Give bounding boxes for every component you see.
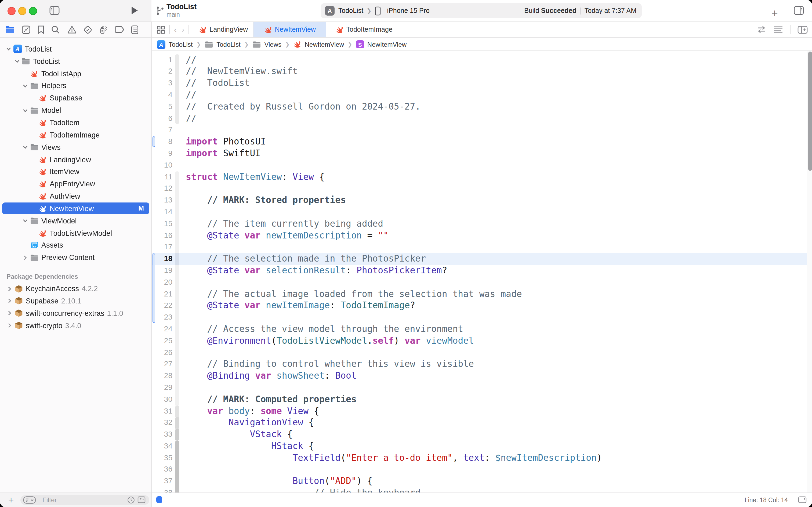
code-line-16[interactable]: 16 @State var newItemDescription = "" [152, 230, 812, 241]
add-file-button[interactable]: ＋ [6, 494, 15, 506]
filter-field[interactable]: Filter [20, 495, 149, 505]
chevron-down-icon[interactable] [21, 145, 30, 149]
code-line-2[interactable]: 2// NewItemView.swift [152, 66, 812, 77]
fold-ribbon[interactable] [175, 358, 179, 370]
fold-ribbon[interactable] [175, 276, 179, 288]
sidebar-item-ViewModel[interactable]: ViewModel [0, 215, 152, 227]
sidebar-item-Model[interactable]: Model [0, 104, 152, 117]
fold-ribbon[interactable] [175, 253, 179, 265]
code-line-11[interactable]: 11struct NewItemView: View { [152, 171, 812, 183]
swap-editors-icon[interactable] [757, 26, 766, 33]
sidebar-item-AuthView[interactable]: AuthView [0, 190, 152, 203]
chevron-down-icon[interactable] [21, 108, 30, 113]
sidebar-item-Helpers[interactable]: Helpers [0, 80, 152, 92]
bookmarks-icon[interactable] [38, 25, 45, 34]
fold-ribbon[interactable] [175, 288, 179, 300]
run-button[interactable] [130, 6, 138, 15]
fold-ribbon[interactable] [175, 194, 179, 206]
chevron-right-icon[interactable] [5, 298, 14, 304]
close-window-button[interactable] [7, 7, 15, 15]
add-button[interactable]: ＋ [769, 6, 780, 20]
code-line-28[interactable]: 28 @Binding var showSheet: Bool [152, 370, 812, 382]
toggle-sidebar-icon[interactable] [49, 6, 60, 15]
fold-ribbon[interactable] [175, 487, 179, 492]
fold-ribbon[interactable] [175, 452, 179, 464]
sidebar-item-LandingView[interactable]: LandingView [0, 153, 152, 166]
minimize-window-button[interactable] [18, 7, 26, 15]
fold-ribbon[interactable] [175, 171, 179, 183]
breakpoints-icon[interactable] [115, 26, 124, 33]
code-line-5[interactable]: 5// Created by Russell Gordon on 2024-05… [152, 101, 812, 113]
package-item-swift-crypto[interactable]: swift-crypto3.4.0 [0, 319, 152, 332]
recent-files-icon[interactable] [127, 496, 135, 504]
tab-TodoItemImage[interactable]: TodoItemImage [326, 22, 403, 37]
fold-ribbon[interactable] [175, 382, 179, 394]
tab-NewItemView[interactable]: NewItemView [254, 22, 326, 37]
package-item-Supabase[interactable]: Supabase2.10.1 [0, 295, 152, 307]
scheme-device[interactable]: iPhone 15 Pro [387, 7, 429, 14]
breadcrumb-item[interactable]: TodoList [169, 41, 192, 48]
keyboard-icon[interactable] [798, 497, 807, 504]
package-item-KeychainAccess[interactable]: KeychainAccess4.2.2 [0, 282, 152, 295]
code-line-19[interactable]: 19 @State var selectionResult: PhotosPic… [152, 265, 812, 277]
code-line-32[interactable]: 32 NavigationView { [152, 417, 812, 429]
code-line-18[interactable]: 18 // The selection made in the PhotosPi… [152, 253, 812, 265]
source-editor[interactable]: 1//2// NewItemView.swift3// TodoList4//5… [152, 51, 812, 492]
build-status[interactable]: Build Succeeded Today at 7:37 AM [524, 7, 636, 14]
scheme-selector[interactable]: A TodoList ❯ iPhone 15 Pro Build Succeed… [321, 3, 642, 18]
fold-ribbon[interactable] [175, 417, 179, 429]
fold-ribbon[interactable] [175, 393, 179, 405]
fold-ribbon[interactable] [175, 241, 179, 253]
sidebar-item-TodoItemImage[interactable]: TodoItemImage [0, 129, 152, 141]
sidebar-item-Preview Content[interactable]: Preview Content [0, 251, 152, 264]
code-line-26[interactable]: 26 [152, 347, 812, 358]
forward-icon[interactable]: › [182, 25, 184, 34]
fold-ribbon[interactable] [175, 230, 179, 241]
sidebar-item-Supabase[interactable]: Supabase [0, 92, 152, 105]
code-line-15[interactable]: 15 // The item currently being added [152, 218, 812, 230]
add-editor-icon[interactable] [798, 25, 808, 34]
fold-ribbon[interactable] [175, 323, 179, 335]
breadcrumb-item[interactable]: Views [264, 41, 281, 48]
zoom-window-button[interactable] [29, 7, 37, 15]
code-line-24[interactable]: 24 // Access the view model through the … [152, 323, 812, 335]
code-line-10[interactable]: 10 [152, 160, 812, 171]
code-line-6[interactable]: 6// [152, 113, 812, 124]
sidebar-item-Assets[interactable]: Assets [0, 239, 152, 251]
code-line-33[interactable]: 33 VStack { [152, 429, 812, 440]
chevron-down-icon[interactable] [21, 219, 30, 223]
chevron-right-icon[interactable] [21, 255, 30, 261]
sidebar-item-TodoList[interactable]: TodoList [0, 55, 152, 68]
project-navigator-icon[interactable] [5, 25, 15, 34]
breadcrumb-item[interactable]: NewItemView [367, 41, 407, 48]
fold-ribbon[interactable] [175, 206, 179, 218]
chevron-right-icon[interactable] [5, 323, 14, 328]
sidebar-item-TodoItem[interactable]: TodoItem [0, 117, 152, 129]
scrollbar[interactable] [807, 51, 812, 492]
sidebar-divider[interactable] [152, 21, 152, 507]
code-line-34[interactable]: 34 HStack { [152, 440, 812, 452]
editor-options-icon[interactable] [773, 26, 783, 33]
code-line-8[interactable]: 8import PhotosUI [152, 136, 812, 148]
back-icon[interactable]: ‹ [174, 25, 176, 34]
code-line-14[interactable]: 14 [152, 206, 812, 218]
sidebar-item-TodoListApp[interactable]: TodoListApp [0, 67, 152, 80]
code-line-27[interactable]: 27 // Binding to control whether this vi… [152, 358, 812, 370]
code-line-13[interactable]: 13 // MARK: Stored properties [152, 194, 812, 206]
fold-ribbon[interactable] [175, 265, 179, 277]
code-line-35[interactable]: 35 TextField("Enter a to-do item", text:… [152, 452, 812, 464]
code-line-29[interactable]: 29 [152, 382, 812, 394]
fold-ribbon[interactable] [175, 113, 179, 124]
code-line-36[interactable]: 36 [152, 464, 812, 475]
code-line-30[interactable]: 30 // MARK: Computed properties [152, 393, 812, 405]
chevron-right-icon[interactable] [5, 311, 14, 316]
code-line-20[interactable]: 20 [152, 276, 812, 288]
code-line-22[interactable]: 22 @State var newItemImage: TodoItemImag… [152, 300, 812, 312]
fold-ribbon[interactable] [175, 440, 179, 452]
code-line-23[interactable]: 23 [152, 312, 812, 323]
chevron-down-icon[interactable] [21, 84, 30, 88]
sidebar-item-TodoList[interactable]: ATodoList [0, 43, 152, 55]
code-line-1[interactable]: 1// [152, 54, 812, 66]
breadcrumb-item[interactable]: NewItemView [305, 41, 344, 48]
debug-icon[interactable] [99, 25, 108, 34]
